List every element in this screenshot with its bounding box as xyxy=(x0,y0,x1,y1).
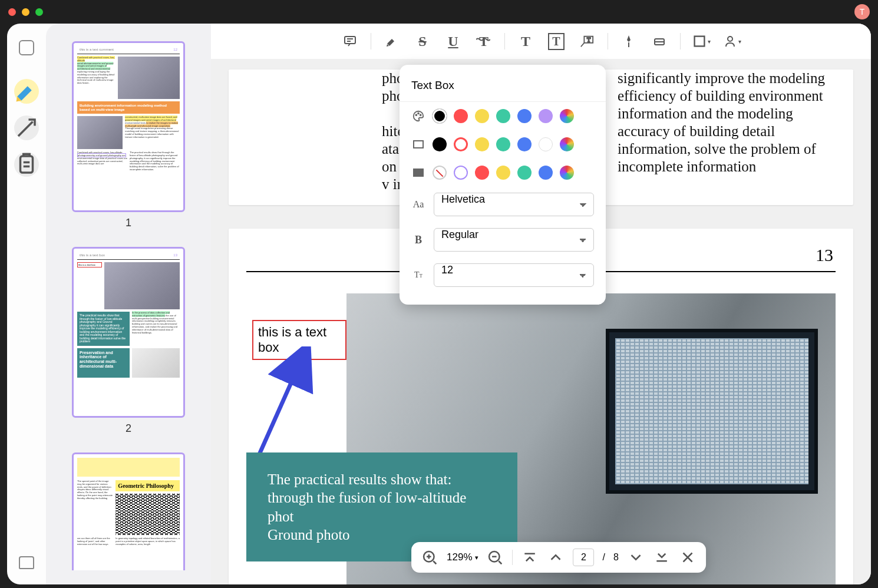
freehand-tool-icon[interactable] xyxy=(14,115,39,140)
thumbnail-page-1[interactable]: this is a text comment12 Combined with p… xyxy=(72,41,185,212)
fill-blue[interactable] xyxy=(539,166,553,180)
strikethrough-icon[interactable]: S xyxy=(412,31,433,51)
thumb-number-2: 2 xyxy=(72,422,185,435)
toolbar-separator xyxy=(504,33,505,49)
font-weight-select[interactable]: Regular xyxy=(434,228,594,252)
font-family-icon: Aa xyxy=(411,199,425,210)
fill-none[interactable] xyxy=(433,166,447,180)
eraser-tool-icon[interactable] xyxy=(649,31,669,51)
palette-icon xyxy=(411,110,425,122)
page-total: 8 xyxy=(613,552,619,563)
page-separator: / xyxy=(603,552,605,563)
pen-tool-icon[interactable] xyxy=(619,31,639,51)
toolbar-separator xyxy=(680,33,681,49)
font-size-icon: TT xyxy=(411,270,425,280)
shape-tool-icon[interactable]: ▾ xyxy=(691,31,711,51)
text-color-purple[interactable] xyxy=(539,109,553,123)
last-page-icon[interactable] xyxy=(653,549,671,566)
first-page-icon[interactable] xyxy=(521,549,539,566)
zoom-level[interactable]: 129%▾ xyxy=(447,551,478,563)
thumbnail-page-2[interactable]: this is a text box13 this is a text box … xyxy=(72,247,185,418)
avatar[interactable]: T xyxy=(854,4,870,19)
fill-custom[interactable] xyxy=(560,166,574,180)
zoom-in-icon[interactable] xyxy=(421,549,438,566)
svg-point-10 xyxy=(420,114,421,115)
thumbnail-panel: this is a text comment12 Combined with p… xyxy=(46,24,211,584)
border-color-blue[interactable] xyxy=(517,137,532,151)
window-titlebar: T xyxy=(0,0,878,24)
maximize-window-icon[interactable] xyxy=(35,8,43,16)
page-number-input[interactable] xyxy=(573,549,595,566)
sidebar-toggle-icon[interactable] xyxy=(19,40,34,55)
thumb-title-3: Geometric Philosophy xyxy=(115,480,180,491)
highlighter-icon[interactable] xyxy=(382,31,402,51)
main-area: S U T T T T ▾ ▾ photogrammetry and groun… xyxy=(211,24,871,584)
text-color-teal[interactable] xyxy=(496,109,510,123)
fill-yellow[interactable] xyxy=(496,166,510,180)
text-color-yellow[interactable] xyxy=(475,109,489,123)
font-size-select[interactable]: 12 xyxy=(434,263,594,287)
close-nav-icon[interactable] xyxy=(679,549,697,566)
prev-col-right: significantly improve the modeling effic… xyxy=(618,70,836,193)
textbox-properties-popover: Text Box xyxy=(400,65,606,305)
popover-title: Text Box xyxy=(400,77,606,102)
prev-page-icon[interactable] xyxy=(547,549,565,566)
fill-red[interactable] xyxy=(475,166,489,180)
comment-tool-icon[interactable] xyxy=(340,31,360,51)
underline-icon[interactable]: U xyxy=(443,31,463,51)
callout-tool-icon[interactable]: T xyxy=(577,31,597,51)
thumb-title-2: Preservation and inheritance of architec… xyxy=(77,348,130,378)
fill-color-row xyxy=(400,158,606,187)
text-color-black[interactable] xyxy=(433,109,447,123)
thumb-number-1: 1 xyxy=(72,217,185,229)
textbox-tool-icon[interactable]: T xyxy=(546,31,566,51)
border-color-teal[interactable] xyxy=(496,137,510,151)
fill-icon xyxy=(411,167,425,179)
text-color-blue[interactable] xyxy=(517,109,532,123)
svg-point-6 xyxy=(728,37,732,41)
app-frame: this is a text comment12 Combined with p… xyxy=(7,24,871,584)
text-color-custom[interactable] xyxy=(560,109,574,123)
border-color-yellow[interactable] xyxy=(475,137,489,151)
svg-rect-0 xyxy=(21,156,33,173)
text-color-red[interactable] xyxy=(454,109,468,123)
border-color-row xyxy=(400,130,606,158)
clipboard-tool-icon[interactable] xyxy=(14,152,39,177)
text-tool-icon[interactable]: T xyxy=(516,31,536,51)
svg-text:T: T xyxy=(587,37,591,43)
toolbar-separator xyxy=(371,33,371,49)
svg-rect-1 xyxy=(345,37,355,44)
minimize-window-icon[interactable] xyxy=(22,8,29,16)
thumb-title-1: Building environment information modelin… xyxy=(77,101,180,114)
nav-separator xyxy=(513,550,513,565)
svg-point-8 xyxy=(415,114,417,115)
zoom-out-icon[interactable] xyxy=(487,549,504,566)
border-icon xyxy=(411,138,425,150)
left-rail xyxy=(7,24,46,584)
border-color-white[interactable] xyxy=(539,137,553,151)
highlighter-tool-icon[interactable] xyxy=(14,79,39,104)
border-color-black[interactable] xyxy=(433,137,447,151)
close-window-icon[interactable] xyxy=(8,8,16,16)
fill-purple[interactable] xyxy=(454,166,468,180)
border-color-custom[interactable] xyxy=(560,137,574,151)
annotation-toolbar: S U T T T T ▾ ▾ xyxy=(211,24,871,59)
squiggly-icon[interactable]: T xyxy=(474,31,494,51)
page-nav-bar: 129%▾ / 8 xyxy=(411,542,706,573)
textbox-annotation[interactable]: this is a text box xyxy=(252,320,346,360)
svg-rect-5 xyxy=(694,37,704,47)
page-number: 13 xyxy=(816,245,833,265)
thumbnail-page-3[interactable]: The special point of the image may be or… xyxy=(72,452,185,570)
font-weight-icon: B xyxy=(411,234,425,246)
toolbar-separator xyxy=(608,33,608,49)
reader-mode-icon[interactable] xyxy=(19,556,34,569)
text-color-row xyxy=(400,102,606,130)
svg-point-9 xyxy=(418,113,419,114)
border-color-red[interactable] xyxy=(454,137,468,151)
font-family-select[interactable]: Helvetica xyxy=(434,193,594,216)
fill-teal[interactable] xyxy=(517,166,532,180)
signature-tool-icon[interactable]: ▾ xyxy=(722,31,742,51)
next-page-icon[interactable] xyxy=(627,549,645,566)
